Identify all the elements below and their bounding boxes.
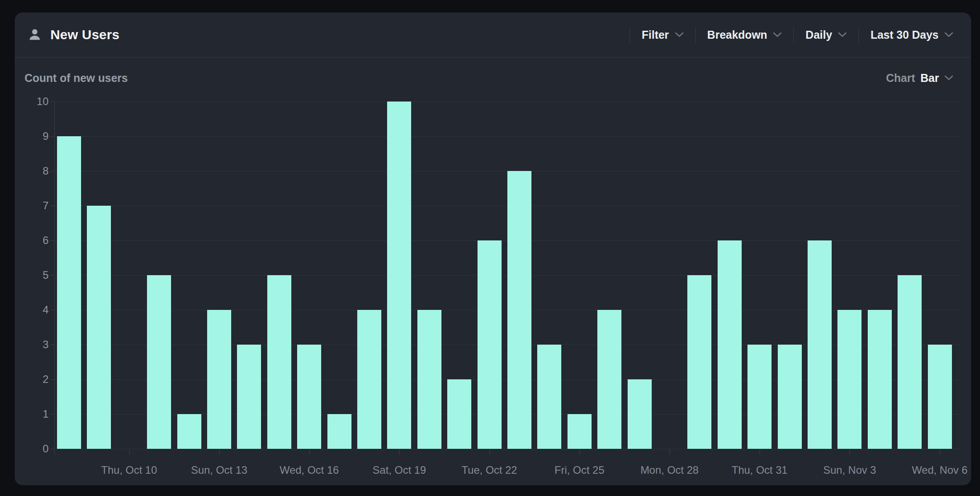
- x-axis-tick: [309, 449, 310, 455]
- bar[interactable]: [207, 310, 231, 449]
- bar[interactable]: [507, 171, 531, 449]
- bar[interactable]: [267, 275, 291, 449]
- bar[interactable]: [687, 275, 711, 449]
- x-axis-tick: [670, 449, 670, 455]
- bar[interactable]: [177, 414, 201, 449]
- x-axis-tick: [940, 449, 940, 455]
- bar[interactable]: [898, 275, 922, 449]
- bar-chart: 012345678910Thu, Oct 10Sun, Oct 13Wed, O…: [15, 12, 971, 485]
- gridline: [54, 136, 960, 137]
- bar[interactable]: [387, 102, 411, 449]
- bar[interactable]: [928, 345, 952, 449]
- y-axis-tick: [50, 379, 54, 380]
- y-axis-line: [54, 102, 55, 455]
- bar[interactable]: [327, 414, 351, 449]
- y-axis-tick-label: 4: [15, 304, 49, 316]
- y-axis-tick: [50, 345, 54, 345]
- y-axis-tick-label: 7: [15, 199, 49, 212]
- bar[interactable]: [478, 240, 502, 449]
- y-axis-tick-label: 10: [15, 95, 49, 108]
- x-axis-tick: [760, 449, 760, 455]
- new-users-card: New Users Filter Breakdown: [15, 12, 971, 485]
- y-axis-tick: [50, 275, 54, 276]
- y-axis-tick: [50, 240, 54, 241]
- bar[interactable]: [837, 310, 862, 449]
- bar[interactable]: [628, 379, 652, 449]
- y-axis-tick: [50, 310, 54, 310]
- x-axis-tick: [219, 449, 220, 455]
- y-axis-tick: [50, 171, 54, 171]
- y-axis-tick-label: 3: [15, 338, 49, 351]
- bar[interactable]: [87, 206, 111, 449]
- gridline: [54, 449, 960, 449]
- bar[interactable]: [568, 414, 592, 449]
- y-axis-tick: [50, 136, 54, 137]
- bar[interactable]: [808, 240, 832, 449]
- bar[interactable]: [597, 310, 621, 449]
- bar[interactable]: [778, 345, 802, 449]
- y-axis-tick-label: 5: [15, 269, 49, 281]
- bar[interactable]: [718, 240, 742, 449]
- bar[interactable]: [357, 310, 381, 449]
- x-axis-tick-label: Wed, Nov 6: [886, 464, 980, 476]
- bar[interactable]: [237, 345, 261, 449]
- gridline: [54, 102, 960, 102]
- y-axis-tick-label: 0: [15, 443, 49, 455]
- bar[interactable]: [447, 379, 471, 449]
- bar[interactable]: [868, 310, 892, 449]
- bar[interactable]: [57, 136, 81, 449]
- bar[interactable]: [747, 345, 772, 449]
- x-axis-tick: [580, 449, 580, 455]
- y-axis-tick-label: 8: [15, 165, 49, 177]
- y-axis-tick: [50, 414, 54, 415]
- bar[interactable]: [147, 275, 171, 449]
- y-axis-tick: [50, 102, 54, 102]
- y-axis-tick-label: 9: [15, 130, 49, 142]
- y-axis-tick-label: 6: [15, 234, 49, 247]
- x-axis-tick: [849, 449, 850, 455]
- y-axis-tick: [50, 449, 54, 449]
- bar[interactable]: [537, 345, 561, 449]
- bar[interactable]: [417, 310, 441, 449]
- x-axis-tick: [129, 449, 130, 455]
- x-axis-tick: [490, 449, 490, 455]
- bar[interactable]: [297, 345, 321, 449]
- y-axis-tick-label: 1: [15, 408, 49, 420]
- y-axis-tick: [50, 206, 54, 206]
- page-background: New Users Filter Breakdown: [0, 0, 980, 496]
- x-axis-tick: [399, 449, 400, 455]
- y-axis-tick-label: 2: [15, 373, 49, 386]
